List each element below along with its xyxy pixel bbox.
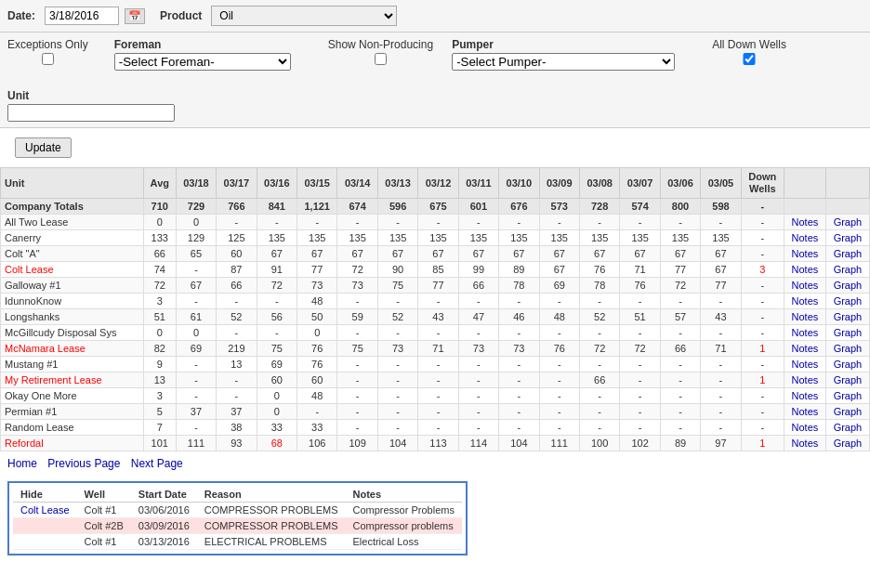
notes-link-cell: Notes — [784, 325, 825, 341]
table-cell: 65 — [176, 246, 216, 262]
unit-label: Unit — [7, 89, 175, 102]
table-cell: 598 — [701, 199, 741, 215]
graph-link[interactable]: Graph — [834, 406, 863, 417]
notes-link[interactable]: Notes — [792, 406, 819, 417]
table-row: Mustang #19-136976-----------NotesGraph — [1, 357, 870, 372]
graph-link[interactable]: Graph — [834, 311, 863, 322]
notes-link[interactable]: Notes — [792, 327, 819, 338]
table-cell: - — [377, 325, 417, 341]
graph-link[interactable]: Graph — [834, 295, 863, 307]
show-non-producing-checkbox[interactable] — [328, 53, 433, 65]
table-cell: - — [620, 420, 660, 436]
graph-link[interactable]: Graph — [834, 248, 863, 259]
table-cell: 46 — [499, 309, 539, 325]
exception-col-start-date: Start Date — [131, 487, 197, 503]
col-header-0317: 03/17 — [217, 168, 257, 199]
table-cell: 48 — [297, 294, 337, 309]
notes-link[interactable]: Notes — [792, 216, 819, 228]
update-button[interactable]: Update — [15, 137, 72, 158]
table-cell: 67 — [176, 278, 216, 294]
table-cell: 1 — [741, 341, 784, 357]
notes-link[interactable]: Notes — [792, 438, 819, 449]
notes-link[interactable]: Notes — [792, 343, 819, 354]
table-cell: 76 — [297, 357, 337, 372]
table-cell: - — [377, 420, 417, 436]
graph-link[interactable]: Graph — [834, 232, 863, 243]
notes-link[interactable]: Notes — [792, 422, 819, 433]
notes-link[interactable]: Notes — [792, 359, 819, 370]
table-cell: 66 — [660, 341, 700, 357]
pumper-select[interactable]: -Select Pumper- — [452, 53, 675, 71]
notes-link[interactable]: Notes — [792, 311, 819, 322]
table-cell: 5 — [143, 404, 176, 420]
table-cell: - — [499, 215, 539, 230]
table-row: Okay One More3--048-----------NotesGraph — [1, 388, 870, 404]
notes-link[interactable]: Notes — [792, 295, 819, 307]
table-cell: 0 — [257, 388, 297, 404]
notes-link[interactable]: Notes — [792, 280, 819, 291]
notes-link[interactable]: Notes — [792, 264, 819, 275]
graph-link[interactable]: Graph — [834, 438, 863, 449]
graph-link[interactable]: Graph — [834, 216, 863, 228]
filter-row: Exceptions Only Foreman -Select Foreman-… — [0, 33, 870, 128]
table-cell: 675 — [418, 199, 458, 215]
table-cell: 3 — [143, 294, 176, 309]
calendar-icon[interactable]: 📅 — [125, 8, 145, 24]
product-select[interactable]: Oil Gas Water — [211, 6, 397, 26]
table-cell: - — [701, 357, 741, 372]
graph-link[interactable]: Graph — [834, 359, 863, 370]
notes-link-cell: Notes — [784, 372, 825, 388]
all-down-wells-checkbox[interactable] — [712, 53, 786, 65]
exception-well-cell: Colt #1 — [77, 534, 131, 550]
table-cell: 56 — [257, 309, 297, 325]
graph-link-cell: Graph — [825, 420, 869, 436]
foreman-select[interactable]: -Select Foreman- — [114, 53, 291, 71]
date-group: Date: 📅 — [7, 7, 145, 25]
table-cell: - — [539, 404, 579, 420]
notes-link[interactable]: Notes — [792, 374, 819, 385]
show-non-producing-group: Show Non-Producing — [328, 38, 433, 65]
notes-link[interactable]: Notes — [792, 248, 819, 259]
table-cell: 135 — [499, 230, 539, 246]
prev-page-link[interactable]: Previous Page — [47, 457, 120, 470]
table-cell: 43 — [418, 309, 458, 325]
graph-link[interactable]: Graph — [834, 343, 863, 354]
table-cell: - — [701, 215, 741, 230]
home-link[interactable]: Home — [7, 457, 37, 470]
table-cell: - — [579, 404, 619, 420]
table-cell: 67 — [257, 246, 297, 262]
table-cell: 135 — [579, 230, 619, 246]
table-row: Refordal10111193681061091041131141041111… — [1, 436, 870, 451]
notes-link[interactable]: Notes — [792, 390, 819, 401]
table-cell: 66 — [143, 246, 176, 262]
graph-link[interactable]: Graph — [834, 374, 863, 385]
table-cell: 0 — [297, 325, 337, 341]
graph-link[interactable]: Graph — [834, 390, 863, 401]
table-cell: 74 — [143, 262, 176, 278]
graph-link[interactable]: Graph — [834, 280, 863, 291]
notes-link[interactable]: Notes — [792, 232, 819, 243]
graph-link[interactable]: Graph — [834, 422, 863, 433]
hide-link[interactable]: Colt Lease — [20, 504, 70, 516]
next-page-link[interactable]: Next Page — [131, 457, 183, 470]
table-cell: 52 — [377, 309, 417, 325]
graph-link-cell: Graph — [825, 436, 869, 451]
table-cell: - — [176, 294, 216, 309]
notes-link-cell: Notes — [784, 404, 825, 420]
table-cell: 68 — [257, 436, 297, 451]
exceptions-checkbox[interactable] — [7, 53, 88, 65]
table-cell: 135 — [257, 230, 297, 246]
table-cell: - — [458, 294, 498, 309]
graph-link[interactable]: Graph — [834, 327, 863, 338]
unit-input[interactable] — [7, 104, 175, 122]
table-row: McNamara Lease82692197576757371737376727… — [1, 341, 870, 357]
exception-notes-cell: Electrical Loss — [346, 534, 462, 550]
table-cell: 106 — [297, 436, 337, 451]
date-input[interactable] — [45, 7, 119, 25]
table-cell: - — [620, 215, 660, 230]
table-row: Company Totals7107297668411,121674596675… — [1, 199, 870, 215]
table-cell: - — [660, 215, 700, 230]
table-cell: 601 — [458, 199, 498, 215]
graph-link[interactable]: Graph — [834, 264, 863, 275]
pumper-group: Pumper -Select Pumper- — [452, 38, 675, 71]
